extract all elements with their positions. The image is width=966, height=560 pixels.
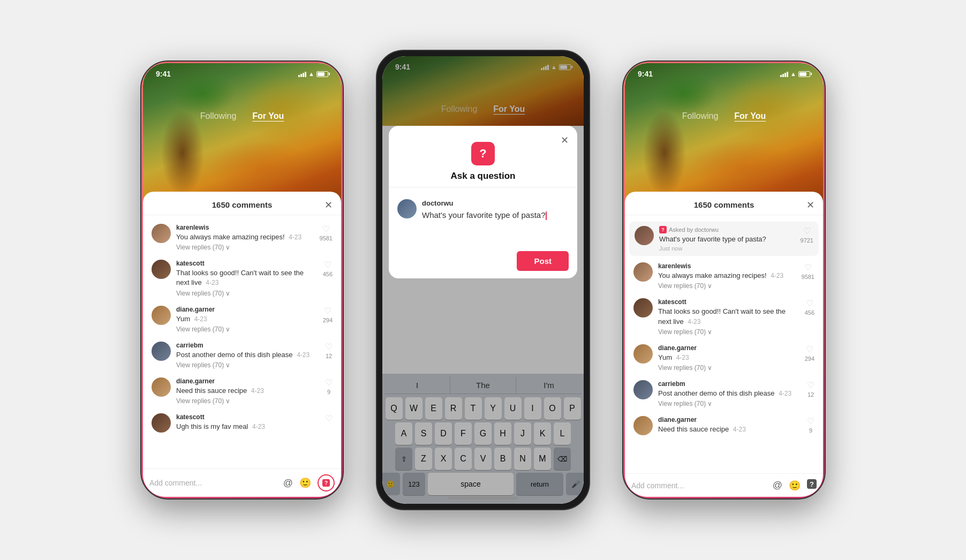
status-icons-3: ▲ — [780, 71, 810, 77]
comment-content: katescott That looks so good!! Can't wai… — [176, 260, 318, 297]
comment-replies[interactable]: View replies (70) ∨ — [176, 361, 320, 369]
tab-following-1[interactable]: Following — [200, 111, 237, 121]
heart-icon[interactable]: ♡ — [322, 224, 330, 234]
avatar — [633, 416, 653, 435]
mention-icon-3[interactable]: @ — [773, 480, 782, 491]
question-icon-3[interactable]: ? — [807, 479, 817, 491]
comment-content: karenlewis You always make amazing recip… — [176, 224, 314, 251]
comment-like[interactable]: ♡ 456 — [805, 298, 814, 316]
modal-header: ? ✕ — [389, 126, 577, 171]
phones-container: 9:41 ▲ Following For You — [0, 39, 966, 521]
battery-icon-1 — [316, 71, 328, 77]
question-badge-icon: ? — [659, 226, 667, 233]
modal-composer: doctorwu What's your favorite type of pa… — [389, 194, 577, 247]
like-count: 456 — [323, 271, 333, 277]
emoji-icon[interactable]: 🙂 — [299, 477, 311, 489]
avatar — [152, 260, 171, 279]
modal-username: doctorwu — [422, 199, 569, 207]
comments-list-3[interactable]: ? Asked by doctorwu What's your favorite… — [625, 215, 823, 473]
comment-text: That looks so good!! Can't wait to see t… — [658, 307, 799, 326]
comment-text: Need this sauce recipe 4-23 — [176, 386, 320, 396]
comment-like[interactable]: ♡ 9581 — [802, 262, 814, 280]
heart-icon[interactable]: ♡ — [325, 413, 333, 423]
phone-2: 9:41 ▲ Following For You — [376, 50, 590, 510]
comments-count-3: 1650 comments — [694, 200, 754, 209]
comment-text: Yum 4-23 — [658, 353, 799, 362]
comment-replies[interactable]: View replies (70) ∨ — [176, 290, 318, 297]
ask-question-modal: ? ✕ Ask a question doctorwu What's your … — [389, 126, 577, 278]
comment-item: katescott That looks so good!! Can't wai… — [143, 255, 341, 301]
signal-icon-1 — [298, 71, 306, 77]
comment-replies[interactable]: View replies (70) ∨ — [658, 364, 799, 372]
comment-like[interactable]: ♡ 9581 — [320, 224, 333, 241]
close-comments-3[interactable]: ✕ — [806, 199, 814, 211]
modal-text-input[interactable]: What's your favorite type of pasta? — [422, 209, 569, 241]
modal-text-content: What's your favorite type of pasta? — [422, 210, 545, 220]
comment-username: karenlewis — [658, 262, 796, 270]
comment-text: Ugh this is my fav meal 4-23 — [176, 422, 320, 432]
comment-content: diane.garner Yum 4-23 View replies (70) … — [658, 344, 799, 372]
comment-replies[interactable]: View replies (70) ∨ — [176, 326, 318, 333]
comments-header-1: 1650 comments ✕ — [143, 192, 341, 215]
video-background-3 — [625, 63, 823, 213]
comment-placeholder-1[interactable]: Add comment... — [149, 479, 278, 487]
comment-replies[interactable]: View replies (70) ∨ — [176, 397, 320, 405]
comment-replies[interactable]: View replies (70) ∨ — [658, 328, 799, 336]
modal-question-icon: ? — [471, 142, 495, 165]
comment-content: carriebm Post another demo of this dish … — [658, 380, 802, 407]
heart-icon[interactable]: ♡ — [803, 226, 811, 236]
modal-composer-content: doctorwu What's your favorite type of pa… — [422, 199, 569, 241]
status-time-1: 9:41 — [156, 70, 171, 78]
comment-item: diane.garner Need this sauce recipe 4-23… — [143, 373, 341, 409]
heart-icon[interactable]: ♡ — [807, 416, 814, 426]
comment-text: Post another demo of this dish please 4-… — [658, 389, 802, 398]
comment-placeholder-3[interactable]: Add comment... — [631, 481, 767, 490]
emoji-icon-3[interactable]: 🙂 — [789, 480, 801, 491]
heart-icon[interactable]: ♡ — [325, 342, 333, 352]
heart-icon[interactable]: ♡ — [806, 344, 813, 354]
heart-icon[interactable]: ♡ — [325, 377, 333, 388]
comment-like[interactable]: ♡ 456 — [323, 260, 333, 277]
avatar — [635, 226, 654, 245]
heart-icon[interactable]: ♡ — [807, 380, 814, 390]
comment-replies[interactable]: View replies (70) ∨ — [658, 400, 802, 407]
comment-like[interactable]: ♡ — [325, 413, 333, 423]
close-comments-1[interactable]: ✕ — [324, 199, 333, 211]
avatar — [633, 262, 653, 282]
asked-by-label: Asked by doctorwu — [669, 226, 719, 233]
comment-replies[interactable]: View replies (70) ∨ — [658, 282, 796, 290]
comment-input-area-3: Add comment... @ 🙂 ? — [625, 473, 823, 497]
comment-content: katescott Ugh this is my fav meal 4-23 — [176, 413, 320, 432]
text-cursor — [546, 211, 547, 220]
comment-username: diane.garner — [176, 377, 320, 385]
avatar — [633, 344, 653, 364]
tab-for-you-3[interactable]: For You — [734, 111, 766, 121]
comment-like[interactable]: ♡ 12 — [807, 380, 814, 398]
comment-item: katescott That looks so good!! Can't wai… — [625, 294, 823, 339]
comment-username: katescott — [658, 298, 799, 306]
svg-text:?: ? — [324, 480, 328, 486]
comment-like[interactable]: ♡ 294 — [323, 306, 333, 323]
tab-following-3[interactable]: Following — [682, 111, 719, 121]
modal-title: Ask a question — [389, 171, 577, 187]
tab-for-you-1[interactable]: For You — [252, 111, 284, 121]
comment-item: diane.garner Need this sauce recipe 4-23… — [625, 412, 823, 440]
heart-icon[interactable]: ♡ — [324, 306, 331, 316]
comment-replies[interactable]: View replies (70) ∨ — [176, 244, 314, 251]
modal-close-button[interactable]: ✕ — [561, 134, 569, 146]
comment-like[interactable]: ♡ 9 — [807, 416, 814, 434]
comments-list-1[interactable]: karenlewis You always make amazing recip… — [143, 215, 341, 468]
comment-like[interactable]: ♡ 9721 — [801, 226, 813, 244]
comment-like[interactable]: ♡ 294 — [805, 344, 814, 362]
post-button[interactable]: Post — [517, 251, 569, 271]
heart-icon[interactable]: ♡ — [324, 260, 331, 270]
heart-icon[interactable]: ♡ — [804, 262, 812, 273]
like-count: 12 — [807, 391, 814, 398]
heart-icon[interactable]: ♡ — [806, 298, 813, 308]
comment-like[interactable]: ♡ 12 — [325, 342, 333, 359]
question-icon-highlighted[interactable]: ? — [318, 474, 335, 491]
like-count: 294 — [805, 355, 814, 362]
mention-icon[interactable]: @ — [283, 478, 293, 489]
comment-like[interactable]: ♡ 9 — [325, 377, 333, 395]
signal-icon-3 — [780, 71, 788, 77]
